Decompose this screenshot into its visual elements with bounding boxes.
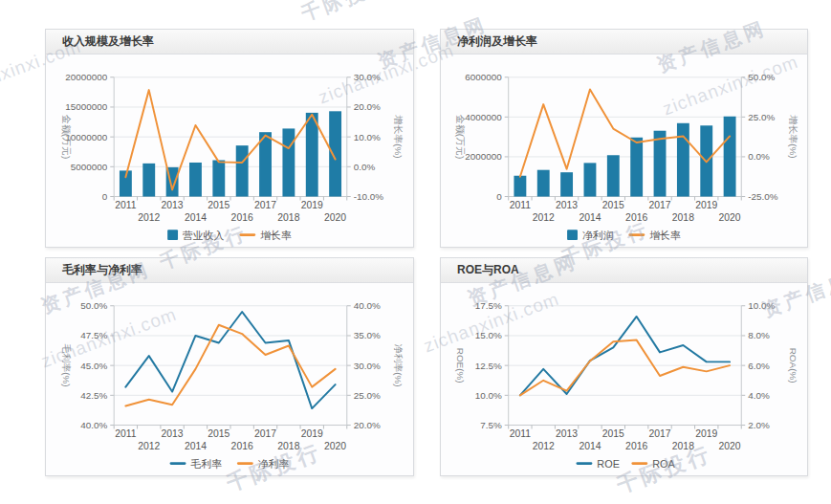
svg-text:2000000: 2000000 [465, 151, 502, 162]
bar [537, 170, 550, 197]
svg-text:净利率(%): 净利率(%) [393, 344, 404, 387]
bar [329, 111, 341, 196]
svg-text:2011: 2011 [510, 200, 532, 210]
svg-text:2014: 2014 [579, 212, 601, 223]
svg-text:2016: 2016 [231, 441, 253, 451]
svg-text:2012: 2012 [138, 441, 160, 451]
legend-line-swatch [628, 233, 645, 236]
svg-text:30.0%: 30.0% [354, 72, 381, 82]
svg-text:净利润: 净利润 [582, 230, 614, 241]
panel-net-profit-growth: 净利润及增长率 0200000040000006000000-25.0%0.0%… [440, 29, 808, 248]
svg-text:2020: 2020 [719, 441, 741, 451]
svg-text:30.0%: 30.0% [354, 361, 381, 371]
bar [142, 164, 155, 197]
svg-text:47.5%: 47.5% [80, 330, 107, 340]
svg-text:2015: 2015 [208, 428, 230, 439]
svg-text:2014: 2014 [185, 212, 207, 223]
svg-text:2.0%: 2.0% [748, 420, 770, 430]
svg-text:40.0%: 40.0% [354, 300, 381, 311]
svg-text:0.0%: 0.0% [354, 162, 376, 172]
bar-series [120, 111, 341, 196]
bar [514, 176, 526, 197]
svg-text:15000000: 15000000 [65, 101, 108, 112]
svg-text:增长率: 增长率 [649, 230, 681, 241]
svg-text:2016: 2016 [625, 441, 647, 451]
bar [282, 128, 295, 196]
svg-text:15.0%: 15.0% [475, 330, 502, 340]
svg-text:2019: 2019 [695, 428, 717, 439]
svg-text:营业收入: 营业收入 [183, 230, 225, 241]
chart-area-revenue-growth: 05000000100000001500000020000000-10.0%0.… [46, 55, 413, 247]
svg-text:5000000: 5000000 [71, 162, 108, 172]
legend-item[interactable]: ROE [577, 458, 620, 470]
bar [677, 123, 689, 197]
svg-text:2020: 2020 [324, 212, 346, 223]
svg-text:2017: 2017 [254, 428, 276, 439]
legend-line-swatch [631, 462, 647, 465]
panel-roe-roa: ROE与ROA 7.5%10.0%12.5%15.0%17.5%2.0%4.0%… [440, 257, 808, 476]
svg-text:45.0%: 45.0% [80, 361, 107, 371]
financial-dashboard: 收入规模及增长率 0500000010000000150000002000000… [0, 0, 831, 504]
series-line [520, 340, 730, 396]
bar [584, 163, 597, 196]
legend-item[interactable]: ROA [631, 458, 675, 470]
svg-text:ROA(%): ROA(%) [788, 348, 798, 383]
svg-text:2017: 2017 [648, 200, 670, 210]
svg-text:0.0%: 0.0% [748, 151, 770, 162]
svg-text:2015: 2015 [602, 200, 624, 210]
bar [236, 145, 249, 196]
legend-item[interactable]: 增长率 [628, 230, 681, 241]
bar [560, 172, 573, 196]
svg-text:2012: 2012 [533, 441, 555, 451]
svg-text:2016: 2016 [231, 212, 253, 223]
svg-text:2012: 2012 [533, 212, 555, 223]
svg-text:0: 0 [102, 191, 108, 202]
svg-text:20.0%: 20.0% [354, 420, 381, 430]
chart-area-roe-roa: 7.5%10.0%12.5%15.0%17.5%2.0%4.0%6.0%8.0%… [441, 283, 807, 475]
svg-text:2015: 2015 [602, 428, 624, 439]
svg-text:金额(万元): 金额(万元) [455, 114, 466, 159]
bar [607, 155, 620, 196]
svg-text:12.5%: 12.5% [475, 361, 502, 371]
svg-text:2011: 2011 [115, 428, 137, 439]
series-line [125, 90, 335, 189]
svg-text:20000000: 20000000 [65, 72, 108, 82]
svg-text:25.0%: 25.0% [748, 112, 775, 122]
svg-text:2015: 2015 [208, 200, 230, 210]
legend-item[interactable]: 增长率 [239, 230, 292, 241]
legend-item[interactable]: 净利率 [237, 458, 290, 470]
svg-text:2019: 2019 [301, 200, 323, 210]
legend-item[interactable]: 毛利率 [170, 458, 223, 470]
svg-text:2018: 2018 [672, 212, 694, 223]
svg-text:2019: 2019 [301, 428, 323, 439]
svg-text:4000000: 4000000 [465, 112, 502, 122]
legend-item[interactable]: 净利润 [567, 230, 613, 241]
svg-text:50.0%: 50.0% [748, 72, 775, 82]
panel-revenue-growth: 收入规模及增长率 0500000010000000150000002000000… [45, 29, 414, 248]
panel-title-net-profit-growth: 净利润及增长率 [441, 30, 807, 55]
watermark-text: 千际投行 [297, 0, 392, 27]
bar [306, 113, 318, 197]
series-line [125, 312, 335, 408]
svg-text:增长率(%): 增长率(%) [393, 115, 404, 159]
svg-text:2013: 2013 [556, 428, 578, 439]
svg-text:35.0%: 35.0% [354, 330, 381, 340]
legend-item[interactable]: 营业收入 [167, 230, 224, 241]
net-profit-growth-chart: 0200000040000006000000-25.0%0.0%25.0%50.… [441, 55, 807, 247]
svg-text:增长率: 增长率 [260, 230, 292, 241]
svg-text:17.5%: 17.5% [475, 300, 502, 311]
svg-text:2018: 2018 [277, 441, 299, 451]
chart-area-margins: 40.0%42.5%45.0%47.5%50.0%20.0%25.0%30.0%… [46, 283, 413, 475]
svg-text:增长率(%): 增长率(%) [788, 115, 798, 159]
svg-text:毛利率(%): 毛利率(%) [61, 344, 72, 387]
bar [654, 131, 667, 197]
svg-text:2018: 2018 [277, 212, 299, 223]
svg-text:2011: 2011 [115, 200, 137, 210]
margins-chart: 40.0%42.5%45.0%47.5%50.0%20.0%25.0%30.0%… [46, 283, 413, 475]
svg-text:净利率: 净利率 [258, 458, 290, 470]
legend-line-swatch [239, 233, 255, 236]
svg-text:2014: 2014 [185, 441, 207, 451]
roe-roa-chart: 7.5%10.0%12.5%15.0%17.5%2.0%4.0%6.0%8.0%… [441, 283, 807, 475]
svg-text:4.0%: 4.0% [748, 390, 770, 401]
series-line [520, 90, 730, 177]
